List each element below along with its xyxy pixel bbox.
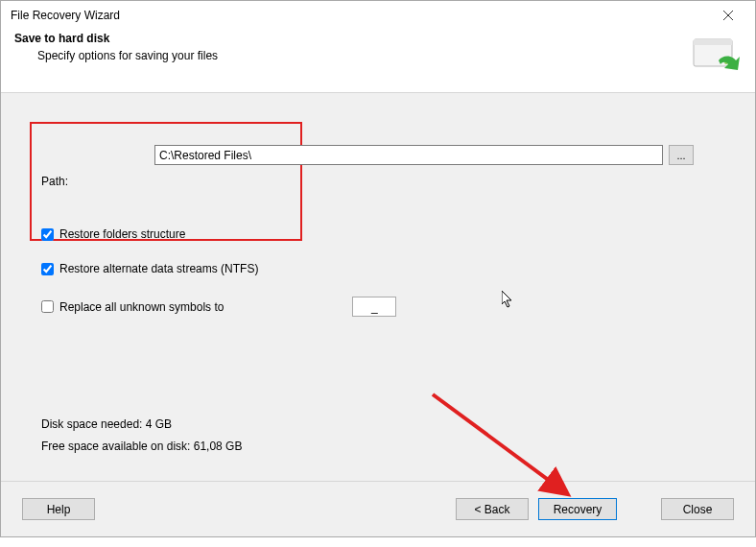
replace-symbols-input[interactable] <box>352 297 396 317</box>
restore-alt-streams-checkbox[interactable] <box>41 263 54 275</box>
restore-folders-checkbox[interactable] <box>41 228 54 241</box>
option-replace-symbols: Replace all unknown symbols to <box>41 297 396 317</box>
header-title: Save to hard disk <box>14 32 742 45</box>
browse-button[interactable]: ... <box>669 145 694 165</box>
path-label: Path: <box>41 175 147 188</box>
disk-save-icon <box>690 34 740 78</box>
restore-alt-streams-label: Restore alternate data streams (NTFS) <box>59 262 258 275</box>
close-button[interactable]: Close <box>661 498 734 520</box>
replace-symbols-checkbox[interactable] <box>41 300 54 313</box>
wizard-body: Path: ... Restore folders structure Rest… <box>1 93 755 481</box>
close-window-button[interactable] <box>709 2 747 29</box>
replace-symbols-label: Replace all unknown symbols to <box>59 300 224 314</box>
wizard-footer: Help < Back Recovery Close <box>1 481 755 536</box>
svg-rect-3 <box>694 39 732 45</box>
close-icon <box>723 11 733 20</box>
wizard-window: File Recovery Wizard Save to hard disk S… <box>0 0 756 537</box>
disk-info: Disk space needed: 4 GB Free space avail… <box>41 414 242 458</box>
wizard-header: Save to hard disk Specify options for sa… <box>1 30 755 93</box>
back-button[interactable]: < Back <box>456 498 529 520</box>
disk-space-needed: Disk space needed: 4 GB <box>41 414 242 436</box>
window-title: File Recovery Wizard <box>11 9 120 22</box>
help-button[interactable]: Help <box>22 498 95 520</box>
options-group: Restore folders structure Restore altern… <box>41 227 396 338</box>
path-input[interactable] <box>154 145 663 165</box>
disk-space-free: Free space available on disk: 61,08 GB <box>41 436 242 458</box>
header-subtitle: Specify options for saving your files <box>14 49 742 62</box>
titlebar: File Recovery Wizard <box>1 1 755 30</box>
path-highlight-box: Path: <box>30 122 302 241</box>
option-restore-folders[interactable]: Restore folders structure <box>41 227 396 241</box>
restore-folders-label: Restore folders structure <box>59 227 185 241</box>
recovery-button[interactable]: Recovery <box>538 498 617 520</box>
path-input-row: ... <box>154 145 694 165</box>
option-restore-alt-streams[interactable]: Restore alternate data streams (NTFS) <box>41 262 396 275</box>
